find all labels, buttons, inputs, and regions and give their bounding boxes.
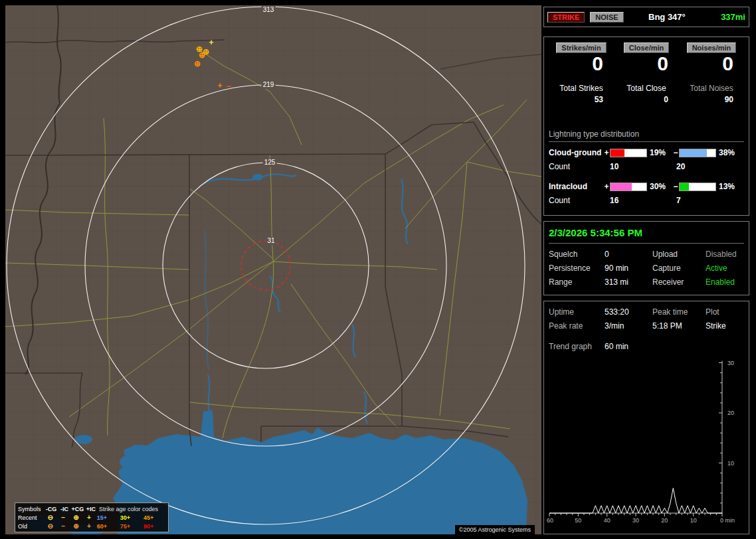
intracloud-label: Intracloud: [549, 182, 603, 191]
svg-text:20: 20: [661, 517, 668, 524]
cg-minus-icon: ⊖: [44, 522, 56, 530]
trend-graph-chart: 6050403020100 min102030: [545, 358, 747, 529]
plus-sign: +: [603, 148, 610, 157]
ic-plus-pct: 30%: [648, 182, 672, 191]
age-code: 15+: [96, 514, 119, 522]
minus-sign: −: [672, 148, 679, 157]
cloud-ground-row: Cloud-ground + 19% − 38%: [549, 148, 744, 157]
cg-plus-pct: 19%: [648, 148, 672, 157]
legend-col-header: -IC: [58, 505, 71, 513]
svg-text:20: 20: [727, 410, 734, 416]
age-code: 45+: [142, 514, 165, 522]
legend-col-header: +CG: [71, 505, 84, 513]
svg-text:40: 40: [604, 517, 611, 524]
ic-plus-icon: +: [82, 514, 95, 522]
range-ring-label: 31: [266, 237, 276, 245]
count-label: Count: [549, 162, 610, 171]
svg-text:60: 60: [547, 517, 553, 524]
trend-duration-value: 60 min: [605, 342, 744, 351]
ic-minus-icon: −: [56, 514, 69, 522]
ic-plus-count: 16: [610, 196, 676, 205]
total-noises-label: Total Noises: [679, 84, 744, 93]
age-code: 75+: [119, 522, 142, 530]
strike-mode-button[interactable]: STRIKE: [547, 12, 585, 23]
capture-label: Capture: [652, 264, 706, 273]
trend-graph-label: Trend graph: [549, 342, 605, 351]
datetime-display: 2/3/2026 5:34:56 PM: [549, 227, 744, 238]
range-ring-label: 219: [262, 81, 276, 89]
mode-bar: STRIKE NOISE Bng 347° 337mi: [543, 7, 749, 27]
cg-minus-count: 20: [676, 162, 685, 171]
strike-symbol: +: [217, 82, 222, 90]
age-code: 60+: [96, 522, 119, 530]
uptime-value: 533:20: [605, 307, 652, 317]
trend-panel: Uptime 533:20 Peak time Plot Peak rate 3…: [543, 301, 749, 534]
legend-symbols-header: Symbols: [18, 505, 45, 513]
close-per-min-button[interactable]: Close/min: [624, 42, 670, 53]
total-strikes-value: 53: [549, 95, 614, 104]
squelch-label: Squelch: [549, 250, 605, 259]
noise-mode-button[interactable]: NOISE: [590, 12, 623, 23]
stats-panel: Strikes/min Close/min Noises/min 0 0 0 T…: [543, 37, 749, 216]
strike-symbol: +: [209, 38, 213, 46]
plot-label: Plot: [706, 307, 744, 317]
total-strikes-label: Total Strikes: [549, 84, 614, 93]
legend-row-label: Old: [18, 522, 44, 530]
intracloud-counts: Count 16 7: [549, 196, 744, 205]
uptime-label: Uptime: [549, 307, 605, 317]
total-close-label: Total Close: [614, 84, 679, 93]
cg-minus-bar: [679, 149, 716, 157]
age-code: 90+: [142, 522, 165, 530]
capture-status: Active: [706, 264, 744, 273]
persistence-value: 90 min: [605, 264, 652, 273]
ic-minus-icon: −: [56, 522, 69, 530]
total-close-value: 0: [614, 95, 679, 104]
separator: [549, 243, 744, 244]
svg-text:30: 30: [632, 517, 639, 524]
ic-plus-bar: [610, 183, 647, 191]
ic-plus-icon: +: [82, 522, 95, 530]
cg-plus-icon: ⊕: [70, 514, 82, 522]
map-surface[interactable]: +⊕⊕⊕⊕+− 313 219 125 31 Symbols -CG -IC +…: [5, 5, 541, 534]
bearing-readout: Bng 347° 337mi: [648, 12, 745, 22]
cg-plus-icon: ⊕: [70, 522, 82, 530]
ic-minus-pct: 13%: [717, 182, 739, 191]
strikes-per-min-button[interactable]: Strikes/min: [556, 42, 606, 53]
strike-symbol: ⊕: [199, 51, 205, 59]
squelch-value: 0: [605, 250, 652, 259]
cloud-ground-counts: Count 10 20: [549, 162, 744, 171]
upload-label: Upload: [652, 250, 706, 259]
bearing-value: Bng 347°: [648, 12, 686, 22]
age-code: 30+: [119, 514, 142, 522]
minus-sign: −: [672, 182, 679, 191]
legend-age-header: Strike age color codes: [98, 505, 165, 513]
cg-minus-icon: ⊖: [44, 514, 56, 522]
noises-per-min-value: 0: [679, 54, 744, 74]
intracloud-row: Intracloud + 30% − 13%: [549, 182, 744, 191]
noises-per-min-button[interactable]: Noises/min: [687, 42, 737, 53]
upload-status: Disabled: [706, 250, 744, 259]
legend-row-label: Recent: [18, 514, 44, 522]
total-noises-value: 90: [679, 95, 744, 104]
svg-text:30: 30: [727, 360, 734, 366]
strike-symbol: −: [226, 82, 231, 90]
copyright-notice: ©2005 Astrogenic Systems: [455, 525, 535, 534]
peak-time-label: Peak time: [652, 307, 706, 317]
plus-sign: +: [603, 182, 610, 191]
peak-rate-label: Peak rate: [549, 321, 605, 331]
distribution-title: Lightning type distribution: [549, 129, 744, 142]
legend-col-header: +IC: [84, 505, 98, 513]
range-label: Range: [549, 277, 605, 287]
cg-minus-pct: 38%: [717, 148, 739, 157]
persistence-label: Persistence: [549, 264, 605, 273]
peak-rate-value: 3/min: [605, 321, 652, 331]
cg-plus-count: 10: [610, 162, 676, 171]
peak-time-value: 5:18 PM: [652, 321, 706, 331]
count-label: Count: [549, 196, 610, 205]
range-ring-label: 125: [263, 159, 277, 167]
settings-panel: 2/3/2026 5:34:56 PM Squelch 0 Upload Dis…: [543, 221, 749, 295]
cloud-ground-label: Cloud-ground: [549, 148, 603, 157]
svg-text:10: 10: [690, 517, 697, 524]
plot-value: Strike: [706, 321, 744, 331]
svg-text:0 min: 0 min: [720, 517, 735, 524]
